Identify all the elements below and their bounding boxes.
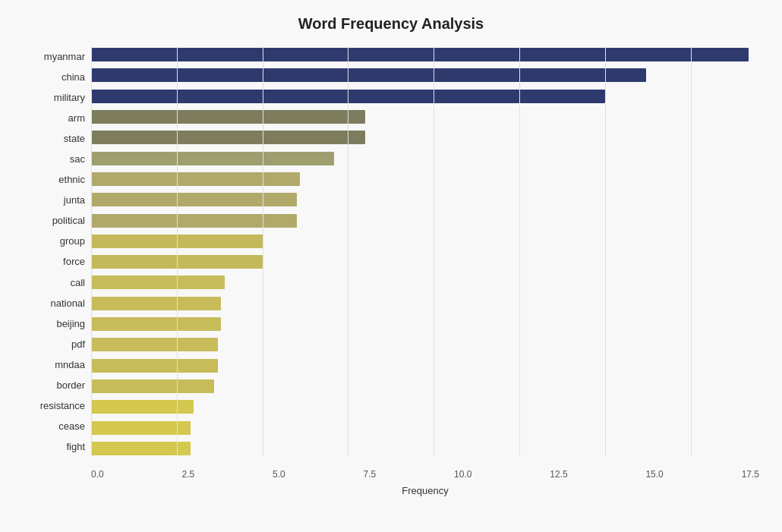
y-label: cease bbox=[58, 417, 85, 436]
bar bbox=[91, 90, 605, 103]
bar bbox=[91, 421, 191, 435]
y-label: china bbox=[61, 67, 85, 87]
x-tick: 5.0 bbox=[273, 469, 285, 480]
bar bbox=[91, 235, 263, 248]
bar-row bbox=[91, 88, 759, 105]
bar-row bbox=[91, 420, 759, 436]
bar bbox=[91, 131, 365, 144]
y-label: mndaa bbox=[55, 354, 85, 374]
x-tick: 10.0 bbox=[454, 469, 471, 480]
x-tick: 17.5 bbox=[742, 469, 759, 480]
bar-row bbox=[91, 336, 759, 353]
y-axis: myanmarchinamilitaryarmstatesacethnicjun… bbox=[23, 46, 91, 457]
bar bbox=[91, 110, 365, 124]
y-label: national bbox=[50, 293, 85, 313]
bar bbox=[91, 379, 214, 393]
x-tick: 15.0 bbox=[645, 469, 663, 480]
bar-row bbox=[91, 109, 759, 125]
chart-title: Word Frequency Analysis bbox=[23, 15, 759, 33]
bar-row bbox=[91, 233, 759, 250]
bar bbox=[91, 48, 749, 61]
bar bbox=[91, 275, 225, 289]
y-label: resistance bbox=[40, 396, 85, 416]
y-label: arm bbox=[68, 108, 85, 127]
bar-row bbox=[91, 274, 759, 291]
bar-row bbox=[91, 398, 759, 415]
y-label: call bbox=[70, 272, 85, 292]
y-label: beijing bbox=[56, 313, 85, 333]
bar bbox=[91, 193, 297, 206]
bar-row bbox=[91, 316, 759, 332]
bar-row bbox=[91, 171, 759, 187]
bar bbox=[91, 359, 218, 373]
bar-row bbox=[91, 253, 759, 270]
x-axis-label: Frequency bbox=[91, 485, 759, 496]
bar-row bbox=[91, 357, 759, 374]
y-label: myanmar bbox=[44, 46, 85, 66]
y-label: pdf bbox=[71, 334, 85, 354]
y-label: border bbox=[56, 376, 85, 395]
bar-row bbox=[91, 378, 759, 395]
bar bbox=[91, 172, 300, 186]
bar bbox=[91, 317, 221, 331]
bar-row bbox=[91, 212, 759, 229]
bar bbox=[91, 400, 194, 414]
y-label: fight bbox=[66, 437, 85, 457]
x-axis: 0.02.55.07.510.012.515.017.5 bbox=[91, 469, 759, 480]
x-tick: 12.5 bbox=[550, 469, 567, 480]
bar-row bbox=[91, 67, 759, 83]
bar-row bbox=[91, 46, 759, 63]
x-tick: 0.0 bbox=[91, 469, 104, 480]
x-tick: 2.5 bbox=[182, 469, 195, 480]
bars-area: 0.02.55.07.510.012.515.017.5 Frequency bbox=[91, 46, 759, 457]
y-label: force bbox=[63, 252, 85, 272]
chart-area: myanmarchinamilitaryarmstatesacethnicjun… bbox=[23, 46, 759, 457]
y-label: sac bbox=[70, 149, 85, 168]
y-label: ethnic bbox=[58, 170, 85, 190]
bar bbox=[91, 214, 297, 228]
bar-row bbox=[91, 150, 759, 167]
y-label: group bbox=[60, 231, 85, 251]
bar-row bbox=[91, 129, 759, 146]
bar bbox=[91, 152, 334, 165]
bar-row bbox=[91, 440, 759, 457]
bar bbox=[91, 297, 221, 310]
bar-row bbox=[91, 191, 759, 208]
y-label: political bbox=[52, 211, 85, 231]
bar bbox=[91, 68, 646, 82]
bar-row bbox=[91, 295, 759, 312]
bar bbox=[91, 338, 218, 351]
y-label: military bbox=[54, 87, 85, 107]
y-label: junta bbox=[64, 190, 85, 210]
bar bbox=[91, 442, 191, 455]
bar bbox=[91, 255, 263, 269]
chart-container: Word Frequency Analysis myanmarchinamili… bbox=[0, 0, 782, 532]
y-label: state bbox=[64, 128, 85, 148]
x-tick: 7.5 bbox=[364, 469, 377, 480]
